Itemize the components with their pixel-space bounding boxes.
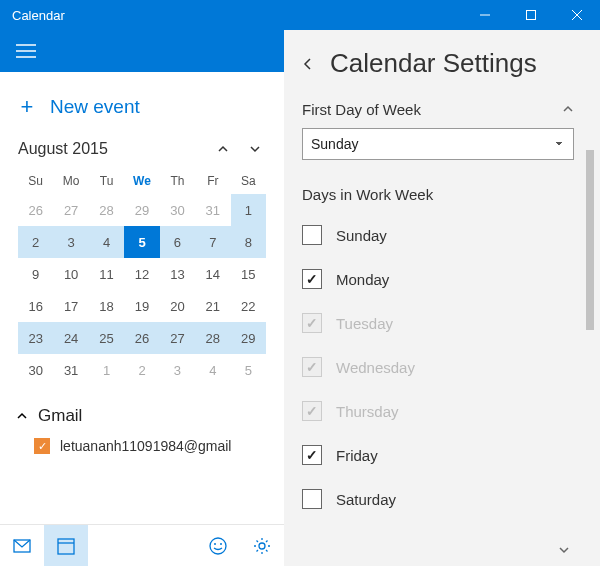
workweek-day-row[interactable]: Saturday: [302, 477, 574, 521]
chevron-up-icon[interactable]: [562, 101, 574, 118]
workweek-day-label: Friday: [336, 447, 378, 464]
calendar-day[interactable]: 5: [124, 226, 159, 258]
settings-title: Calendar Settings: [330, 48, 537, 79]
calendar-day[interactable]: 1: [231, 194, 266, 226]
calendar-day[interactable]: 1: [89, 354, 124, 386]
work-week-section-label: Days in Work Week: [302, 186, 574, 203]
calendar-month-label: August 2015: [18, 140, 212, 158]
checkbox: [302, 313, 322, 333]
checkbox: [302, 401, 322, 421]
back-button[interactable]: [298, 54, 318, 74]
calendar-day[interactable]: 26: [18, 194, 53, 226]
mini-calendar: August 2015 SuMoTuWeThFrSa26272829303112…: [0, 138, 284, 392]
svg-point-13: [210, 538, 226, 554]
smiley-icon: [208, 536, 228, 556]
calendar-day[interactable]: 30: [160, 194, 195, 226]
calendar-dow: Su: [18, 168, 53, 194]
maximize-button[interactable]: [508, 0, 554, 30]
calendar-day[interactable]: 12: [124, 258, 159, 290]
workweek-day-label: Wednesday: [336, 359, 415, 376]
chevron-up-icon: [16, 410, 28, 422]
calendar-day[interactable]: 26: [124, 322, 159, 354]
calendar-day[interactable]: 8: [231, 226, 266, 258]
calendar-day[interactable]: 19: [124, 290, 159, 322]
minimize-button[interactable]: [462, 0, 508, 30]
calendar-day[interactable]: 31: [53, 354, 88, 386]
feedback-button[interactable]: [196, 525, 240, 567]
calendar-icon: [56, 536, 76, 556]
new-event-label: New event: [50, 96, 140, 118]
calendar-day[interactable]: 18: [89, 290, 124, 322]
calendar-day[interactable]: 13: [160, 258, 195, 290]
calendar-day[interactable]: 17: [53, 290, 88, 322]
calendar-day[interactable]: 30: [18, 354, 53, 386]
first-day-section-label: First Day of Week: [302, 101, 574, 118]
calendar-dow: Mo: [53, 168, 88, 194]
calendar-day[interactable]: 24: [53, 322, 88, 354]
checkbox[interactable]: [302, 225, 322, 245]
next-month-button[interactable]: [244, 138, 266, 160]
calendar-day[interactable]: 2: [18, 226, 53, 258]
calendar-day[interactable]: 5: [231, 354, 266, 386]
calendar-day[interactable]: 31: [195, 194, 230, 226]
new-event-button[interactable]: + New event: [0, 72, 284, 138]
calendar-day[interactable]: 3: [53, 226, 88, 258]
mail-button[interactable]: [0, 525, 44, 567]
calendar-day[interactable]: 10: [53, 258, 88, 290]
calendar-day[interactable]: 20: [160, 290, 195, 322]
calendar-day[interactable]: 29: [124, 194, 159, 226]
svg-rect-8: [58, 539, 74, 554]
first-day-select[interactable]: Sunday: [302, 128, 574, 160]
calendar-dow: Fr: [195, 168, 230, 194]
workweek-day-row[interactable]: Sunday: [302, 213, 574, 257]
calendar-day[interactable]: 3: [160, 354, 195, 386]
svg-rect-1: [527, 11, 536, 20]
calendar-day[interactable]: 22: [231, 290, 266, 322]
account-group-label: Gmail: [38, 406, 82, 426]
calendar-day[interactable]: 4: [195, 354, 230, 386]
calendar-day[interactable]: 11: [89, 258, 124, 290]
hamburger-button[interactable]: [8, 33, 44, 69]
svg-point-14: [214, 543, 216, 545]
workweek-day-row[interactable]: Friday: [302, 433, 574, 477]
workweek-day-label: Saturday: [336, 491, 396, 508]
window-title: Calendar: [0, 8, 462, 23]
calendar-day[interactable]: 9: [18, 258, 53, 290]
titlebar: Calendar: [0, 0, 600, 30]
calendar-day[interactable]: 6: [160, 226, 195, 258]
plus-icon: +: [18, 94, 36, 120]
calendar-day[interactable]: 23: [18, 322, 53, 354]
account-group-toggle[interactable]: Gmail: [16, 406, 268, 426]
checkbox[interactable]: [302, 445, 322, 465]
calendar-day[interactable]: 4: [89, 226, 124, 258]
gear-icon: [252, 536, 272, 556]
calendar-day[interactable]: 2: [124, 354, 159, 386]
close-button[interactable]: [554, 0, 600, 30]
calendar-day[interactable]: 25: [89, 322, 124, 354]
svg-point-15: [220, 543, 222, 545]
workweek-day-label: Thursday: [336, 403, 399, 420]
calendar-day[interactable]: 15: [231, 258, 266, 290]
settings-panel: Calendar Settings First Day of Week Sund…: [284, 30, 600, 566]
calendar-day[interactable]: 21: [195, 290, 230, 322]
workweek-day-row: Tuesday: [302, 301, 574, 345]
workweek-day-row: Thursday: [302, 389, 574, 433]
calendar-day[interactable]: 14: [195, 258, 230, 290]
calendar-dow: We: [124, 168, 159, 194]
calendar-day[interactable]: 29: [231, 322, 266, 354]
calendar-day[interactable]: 27: [160, 322, 195, 354]
calendar-day[interactable]: 28: [89, 194, 124, 226]
settings-button[interactable]: [240, 525, 284, 567]
calendar-button[interactable]: [44, 525, 88, 567]
calendar-day[interactable]: 27: [53, 194, 88, 226]
scrollbar-thumb[interactable]: [586, 150, 594, 330]
checkbox[interactable]: [302, 489, 322, 509]
prev-month-button[interactable]: [212, 138, 234, 160]
checkbox[interactable]: [302, 269, 322, 289]
calendar-day[interactable]: 7: [195, 226, 230, 258]
calendar-day[interactable]: 28: [195, 322, 230, 354]
chevron-down-icon[interactable]: [558, 542, 570, 560]
account-item[interactable]: ✓ letuananh11091984@gmail: [16, 438, 268, 454]
workweek-day-row[interactable]: Monday: [302, 257, 574, 301]
calendar-day[interactable]: 16: [18, 290, 53, 322]
